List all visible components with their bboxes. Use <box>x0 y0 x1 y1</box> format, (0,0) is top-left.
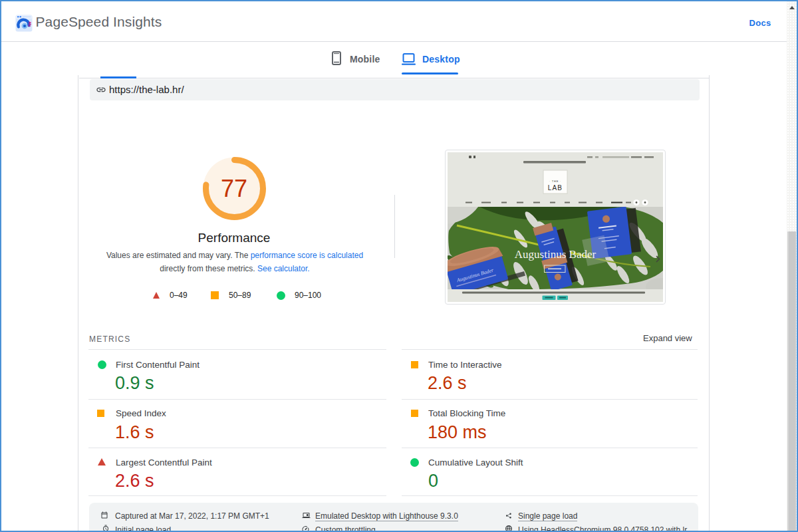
svg-text:· THE ·: · THE · <box>549 180 561 183</box>
svg-text:Augustinus Bader: Augustinus Bader <box>515 248 597 261</box>
svg-text:LAB: LAB <box>548 184 563 192</box>
